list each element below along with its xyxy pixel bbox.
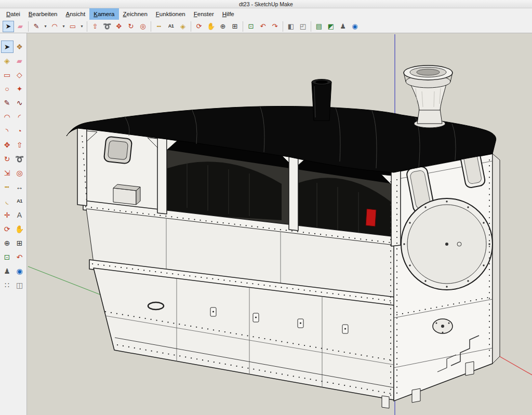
toolbar-separator [191,21,191,32]
line-dropdown-button[interactable]: ▾ [43,21,48,32]
styles-button[interactable]: ▤ [313,21,325,32]
make-component-button[interactable]: ❖ [14,41,26,53]
three-d-text-icon: A [17,211,22,219]
orbit-button[interactable]: ⟳ [1,223,14,235]
zoom-button[interactable]: ⊕ [1,237,14,249]
pie-button[interactable]: ◔ [14,125,26,137]
menu-ansicht[interactable]: Ansicht [62,8,90,20]
three-d-text-button[interactable]: A [14,209,26,221]
select-icon: ➤ [6,23,11,30]
pan-button[interactable]: ✋ [14,223,26,235]
zoom-extents-button[interactable]: ⊡ [1,251,14,263]
iso-view-button[interactable]: ◧ [285,21,297,32]
follow-me-button[interactable]: ➰ [101,21,113,32]
zoom-window-button[interactable]: ⊞ [14,237,26,249]
scale-button[interactable]: ⇲ [1,167,14,179]
line-button[interactable]: ✎ [31,21,42,32]
move-icon: ✥ [4,141,10,149]
arc-dropdown-button[interactable]: ▾ [61,21,66,32]
select-button[interactable]: ➤ [3,21,14,32]
zoom-extents-button[interactable]: ⊡ [245,21,257,32]
follow-me-button[interactable]: ➰ [14,153,26,165]
top-view-button[interactable]: ◰ [297,21,309,32]
protractor-button[interactable]: ◟ [1,195,14,207]
position-camera-button[interactable]: ♟ [1,265,14,277]
rotated-rectangle-button[interactable]: ◇ [14,69,26,81]
styles-icon: ▤ [316,23,322,30]
position-camera-button[interactable]: ♟ [337,21,349,32]
line-button[interactable]: ✎ [1,97,14,109]
position-camera-icon: ♟ [4,267,10,275]
tape-measure-button[interactable]: ┅ [1,181,14,193]
offset-button[interactable]: ◎ [137,21,149,32]
eraser-button[interactable]: ▰ [14,55,26,67]
tape-measure-button[interactable]: ┅ [153,21,165,32]
menu-kamera[interactable]: Kamera [89,8,118,20]
menu-fenster[interactable]: Fenster [190,8,218,20]
shapes-dropdown-button[interactable]: ▾ [79,21,85,32]
menu-bearbeiten[interactable]: Bearbeiten [24,8,62,20]
select-button[interactable]: ➤ [1,41,14,53]
make-component-icon: ❖ [16,43,23,50]
polygon-button[interactable]: ✦ [14,83,26,95]
menu-hilfe[interactable]: Hilfe [218,8,238,20]
move-button[interactable]: ✥ [113,21,125,32]
paint-bucket-button[interactable]: ◈ [177,21,189,32]
previous-view-button[interactable]: ↶ [14,251,26,263]
offset-button[interactable]: ◎ [14,167,26,179]
menu-funktionen[interactable]: Funktionen [152,8,190,20]
rectangle-button[interactable]: ▭ [1,69,14,81]
zoom-button[interactable]: ⊕ [217,21,229,32]
menu-zeichnen[interactable]: Zeichnen [119,8,152,20]
front-face[interactable] [394,145,500,401]
shadows-icon: ◩ [328,23,334,30]
circle-button[interactable]: ○ [1,83,14,95]
three-point-arc-button[interactable]: ◝ [1,125,14,137]
two-point-arc-button[interactable]: ◜ [14,111,26,123]
look-around-button[interactable]: ◉ [14,265,26,277]
eraser-button[interactable]: ▰ [15,21,26,32]
rotate-button[interactable]: ↻ [125,21,137,32]
look-around-button[interactable]: ◉ [349,21,361,32]
toolbar-separator [87,21,87,32]
menu-datei[interactable]: Datei [2,8,24,20]
walk-button[interactable]: ∷ [1,279,14,291]
paint-bucket-icon: ◈ [180,23,185,30]
chimney[interactable] [312,79,331,121]
top-toolbar: ➤▰✎▾◠▾▭▾⇧➰✥↻◎┅A1◈⟳✋⊕⊞⊡↶↷◧◰▤◩♟◉ [0,20,532,33]
text-button[interactable]: A1 [14,195,26,207]
move-button[interactable]: ✥ [1,139,14,151]
section-plane-button[interactable]: ◫ [14,279,26,291]
push-pull-button[interactable]: ⇧ [89,21,101,32]
previous-view-button[interactable]: ↶ [257,21,269,32]
pie-icon: ◔ [17,127,21,135]
filler-box [113,184,140,205]
orbit-icon: ⟳ [4,225,10,233]
viewport[interactable] [27,33,532,415]
arc-dropdown-icon: ▾ [62,24,64,29]
axes-button[interactable]: ✛ [1,209,14,221]
orbit-button[interactable]: ⟳ [193,21,205,32]
zoom-window-button[interactable]: ⊞ [229,21,241,32]
rotate-icon: ↻ [4,155,10,163]
pan-button[interactable]: ✋ [205,21,217,32]
rotated-rectangle-icon: ◇ [17,71,22,78]
push-pull-button[interactable]: ⇧ [14,139,26,151]
toolbar-separator [28,21,29,32]
zoom-icon: ⊕ [220,23,226,30]
arc-button[interactable]: ◠ [49,21,60,32]
viewport-canvas[interactable] [27,33,532,415]
freehand-button[interactable]: ∿ [14,97,26,109]
arc-button[interactable]: ◠ [1,111,14,123]
shadows-button[interactable]: ◩ [325,21,337,32]
text-button[interactable]: A1 [165,21,177,32]
shapes-button[interactable]: ▭ [67,21,78,32]
next-view-button[interactable]: ↷ [269,21,281,32]
paint-bucket-button[interactable]: ◈ [1,55,14,67]
line-dropdown-icon: ▾ [44,24,46,29]
rotate-button[interactable]: ↻ [1,153,14,165]
orbit-icon: ⟳ [196,23,202,30]
next-view-icon: ↷ [272,23,278,30]
dimension-button[interactable]: ↔ [14,181,26,193]
locomotive-model[interactable] [66,65,500,408]
